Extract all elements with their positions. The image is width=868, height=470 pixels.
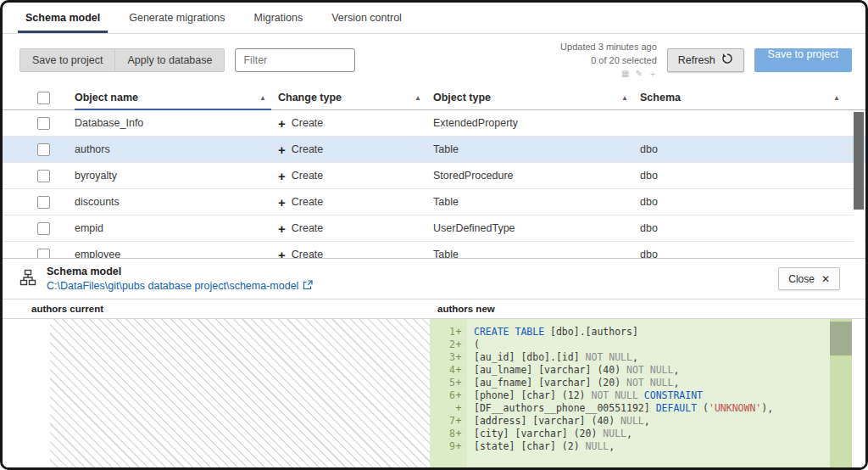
diff-left-empty-region [50, 319, 430, 467]
change-type-cell: +Create [278, 110, 433, 136]
diff-pane-new: 1+2+3+4+5+6++7+8+9+ CREATE TABLE [dbo].[… [430, 319, 865, 467]
table-scrollbar-thumb[interactable] [854, 112, 864, 210]
toolbar: Save to project Apply to database Update… [3, 34, 865, 86]
table-row[interactable]: empid+CreateUserDefinedTypedbo [3, 215, 865, 242]
table-body: Database_Info+CreateExtendedPropertyauth… [3, 110, 865, 258]
schema-cell: dbo [640, 189, 865, 215]
external-link-icon [303, 280, 313, 293]
tab-schema-model[interactable]: Schema model [11, 3, 114, 33]
object-type-cell: Table [433, 137, 640, 162]
column-header-label: Object type [433, 92, 491, 104]
table-scrollbar[interactable] [854, 110, 864, 258]
table-row[interactable]: Database_Info+CreateExtendedProperty [3, 110, 865, 137]
filter-input[interactable] [235, 48, 355, 72]
create-plus-icon: + [278, 143, 286, 156]
diff-line-numbers: 1+2+3+4+5+6++7+8+9+ [430, 319, 467, 467]
column-header-label: Object name [75, 92, 138, 104]
object-type-cell: ExtendedProperty [433, 110, 640, 136]
sort-asc-icon[interactable]: ▲ [621, 94, 628, 102]
schema-compare-window: Schema model Generate migrations Migrati… [0, 0, 868, 470]
change-type-cell: +Create [278, 163, 433, 188]
create-plus-icon: + [278, 249, 286, 259]
code-line: [au_id] [dbo].[id] NOT NULL, [467, 351, 830, 364]
add-icon[interactable]: ＋ [648, 69, 657, 78]
code-line: [au_lname] [varchar] (40) NOT NULL, [467, 364, 830, 377]
schema-model-panel-header: Schema model C:\DataFiles\git\pubs datab… [3, 258, 865, 299]
table-row[interactable]: employee+CreateTabledbo [3, 242, 865, 258]
select-all-checkbox[interactable] [37, 92, 50, 104]
schema-cell [640, 110, 865, 136]
code-line: [state] [char] (2) NULL, [467, 440, 830, 453]
create-plus-icon: + [278, 117, 286, 130]
diff-scroll-gap [852, 319, 865, 467]
create-plus-icon: + [278, 196, 286, 209]
selected-count: 0 of 20 selected [591, 55, 657, 65]
save-to-project-primary-button[interactable]: Save to project [754, 48, 852, 72]
table-row[interactable]: byroyalty+CreateStoredProceduredbo [3, 163, 865, 189]
column-header-object-type[interactable]: Object type ▲ [433, 86, 640, 109]
object-name-cell: employee [75, 242, 278, 258]
object-type-cell: Table [433, 189, 640, 215]
sort-asc-icon[interactable]: ▲ [833, 94, 840, 102]
row-checkbox[interactable] [37, 170, 50, 182]
diff-pane-current [3, 319, 430, 467]
tab-generate-migrations[interactable]: Generate migrations [114, 3, 239, 33]
row-checkbox[interactable] [37, 117, 50, 130]
close-icon: ✕ [821, 273, 830, 285]
tab-version-control[interactable]: Version control [317, 3, 416, 33]
column-header-schema[interactable]: Schema ▲ [640, 86, 865, 109]
object-name-cell: byroyalty [75, 163, 278, 188]
diff-overview-ruler[interactable] [830, 319, 852, 467]
diff-right-title: authors new [430, 304, 495, 314]
table-row[interactable]: authors+CreateTabledbo [3, 137, 865, 163]
schema-model-path: C:\DataFiles\git\pubs database project\s… [47, 280, 298, 292]
create-plus-icon: + [278, 222, 286, 235]
panel-title: Schema model [47, 266, 313, 277]
object-type-cell: UserDefinedType [433, 215, 640, 241]
code-line: ( [467, 339, 830, 351]
code-line: [au_fname] [varchar] (20) NOT NULL, [467, 377, 830, 389]
row-checkbox[interactable] [37, 196, 50, 209]
save-to-project-button[interactable]: Save to project [19, 48, 115, 72]
sort-asc-icon[interactable]: ▲ [415, 94, 421, 102]
diff-left-title: authors current [3, 304, 430, 314]
schema-cell: dbo [640, 137, 865, 162]
grid-icon[interactable]: ▦ [621, 69, 629, 78]
close-button[interactable]: Close ✕ [778, 267, 840, 290]
changes-table: Object name ▲ Change type ▲ Object type … [3, 86, 865, 258]
diff-scrollbar-thumb[interactable] [830, 322, 852, 355]
edit-icon[interactable]: ✎ [635, 69, 642, 78]
code-line: [phone] [char] (12) NOT NULL CONSTRAINT [467, 389, 830, 402]
table-header-row: Object name ▲ Change type ▲ Object type … [3, 86, 865, 110]
code-line: [DF__authors__phone__00551192] DEFAULT (… [467, 402, 830, 415]
apply-to-database-button[interactable]: Apply to database [114, 48, 225, 72]
action-button-group: Save to project Apply to database [19, 48, 225, 72]
object-type-cell: StoredProcedure [433, 163, 640, 188]
sort-asc-icon[interactable]: ▲ [259, 94, 266, 102]
row-checkbox[interactable] [37, 249, 50, 259]
schema-cell: dbo [640, 242, 865, 258]
status-column: Updated 3 minutes ago 0 of 20 selected ▦… [560, 42, 657, 77]
row-checkbox[interactable] [37, 222, 50, 235]
diff-header-row: authors current authors new [3, 299, 865, 319]
object-type-cell: Table [433, 242, 640, 258]
schema-cell: dbo [640, 163, 865, 188]
change-type-cell: +Create [278, 215, 433, 241]
column-header-change-type[interactable]: Change type ▲ [278, 86, 433, 109]
object-name-cell: empid [75, 215, 278, 241]
change-type-cell: +Create [278, 189, 433, 215]
refresh-button[interactable]: Refresh [667, 48, 744, 72]
schema-model-icon [19, 269, 36, 289]
tab-bar: Schema model Generate migrations Migrati… [3, 3, 865, 34]
change-type-cell: +Create [278, 242, 433, 258]
tab-migrations[interactable]: Migrations [240, 3, 318, 33]
column-header-object-name[interactable]: Object name ▲ [75, 86, 278, 109]
column-header-label: Change type [278, 92, 342, 104]
diff-code-area[interactable]: CREATE TABLE [dbo].[authors]([au_id] [db… [467, 319, 830, 467]
close-label: Close [788, 273, 815, 285]
object-name-cell: authors [75, 137, 278, 162]
row-checkbox[interactable] [37, 143, 50, 156]
table-row[interactable]: discounts+CreateTabledbo [3, 189, 865, 215]
schema-model-path-link[interactable]: C:\DataFiles\git\pubs database project\s… [47, 280, 313, 293]
change-type-cell: +Create [278, 137, 433, 162]
